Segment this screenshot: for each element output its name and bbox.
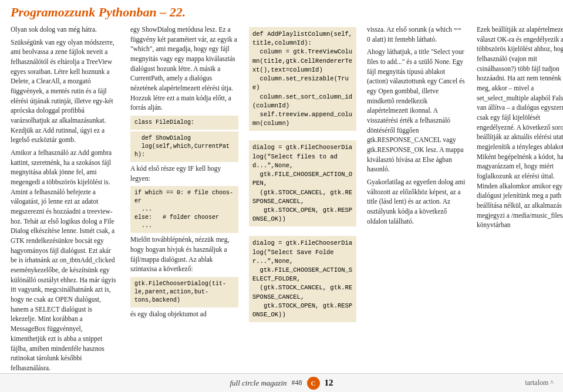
header-title-text: Programozzunk Pythonban – 22.	[11, 5, 186, 19]
page-footer: full circle magazin #48 C 12 tartalom ^	[0, 373, 563, 392]
col4-p1: vissza. Az első sorunk (a which == 0 ala…	[367, 25, 466, 44]
column-5: Ezek beállítják az alapértelmezett válas…	[473, 22, 563, 392]
footer-magazine: full circle magazin	[230, 379, 286, 388]
col1-p1: Olyan sok dolog van még hátra.	[11, 25, 119, 35]
col1-p2: Szükségünk van egy olyan módszerre, ami …	[11, 38, 119, 145]
col4-p3: Gyakorlatilag az egyetlen dolog ami vált…	[367, 177, 466, 226]
page-title: Programozzunk Pythonban – 22.	[11, 5, 552, 20]
footer-circle-icon: C	[307, 377, 320, 390]
col5-p1: Ezek beállítják az alapértelmezett válas…	[477, 25, 563, 230]
col2-syntax-code: gtk.FileChooserDialog(tit- le,parent,act…	[130, 277, 238, 307]
column-3: def AddPlaylistColumn(self,title,columnI…	[245, 22, 360, 392]
col2-class-code: class FileDialog:	[130, 116, 238, 130]
column-4: vissza. Az első sorunk (a which == 0 ala…	[362, 22, 471, 392]
col3-code1: def AddPlaylistColumn(self,title,columnI…	[249, 27, 356, 131]
column-1: Olyan sok dolog van még hátra. Szükségün…	[6, 22, 123, 392]
footer-page-number: 12	[325, 378, 333, 388]
col1-p3: Amikor a felhasználó az Add gombra katti…	[11, 148, 119, 373]
col2-if-code: if which == 0: # file choos- er ... else…	[130, 186, 238, 233]
col3-code2: dialog = gtk.FileChooserDialog("Select f…	[249, 140, 356, 227]
col2-def-code: def ShowDialog log(self,which,CurrentPat…	[130, 131, 238, 162]
col2-intro: egy ShowDialog metódusa lesz. Ez a függv…	[130, 25, 238, 113]
main-content: Olyan sok dolog van még hátra. Szükségün…	[0, 22, 563, 392]
footer-issue: #48	[292, 379, 302, 387]
col2-code-intro: A kód első része egy IF kell hogy legyen…	[130, 164, 238, 183]
col2-after-code: és egy dialog objektumot ad	[130, 309, 238, 319]
page-header: Programozzunk Pythonban – 22.	[0, 0, 563, 22]
col4-p2: Ahogy láthatjuk, a title "Select your fi…	[367, 47, 466, 174]
column-2: egy ShowDialog metódusa lesz. Ez a függv…	[126, 22, 243, 392]
col2-before-code: Mielőtt továbblépnénk, nézzük meg, hogy …	[130, 235, 238, 274]
col3-code3: dialog = gtk.FileChooserDialog("Select S…	[249, 236, 356, 322]
footer-toc-link[interactable]: tartalom ^	[525, 379, 554, 387]
